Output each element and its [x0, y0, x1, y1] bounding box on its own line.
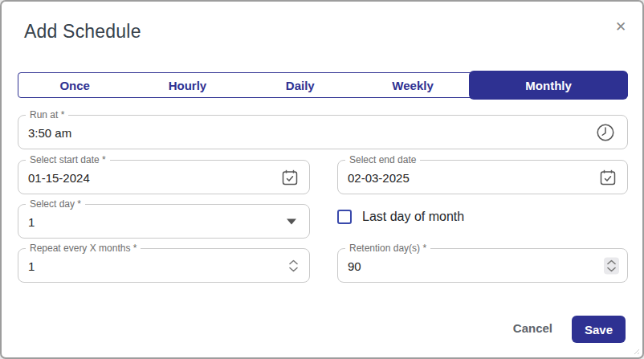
retention-days-field: Retention day(s) *: [337, 248, 628, 283]
end-date-input[interactable]: [338, 169, 627, 185]
dialog-title: Add Schedule: [24, 21, 141, 43]
last-day-label: Last day of month: [362, 210, 464, 224]
end-date-label: Select end date: [345, 154, 420, 165]
repeat-months-label: Repeat every X months *: [26, 243, 141, 254]
spinner-icon[interactable]: [604, 257, 619, 274]
cancel-button[interactable]: Cancel: [513, 321, 552, 335]
save-button[interactable]: Save: [572, 316, 626, 343]
run-at-input[interactable]: [18, 124, 627, 140]
start-date-label: Select start date *: [26, 154, 110, 165]
select-day-label: Select day *: [26, 198, 85, 210]
caret-down-icon[interactable]: [287, 218, 301, 224]
clock-icon[interactable]: [595, 122, 616, 143]
schedule-type-tabs: Once Hourly Daily Weekly Monthly: [18, 72, 628, 98]
last-day-checkbox[interactable]: [337, 210, 352, 224]
retention-days-input[interactable]: [338, 258, 627, 273]
end-date-field: Select end date: [337, 160, 628, 194]
tab-once[interactable]: Once: [18, 73, 131, 97]
calendar-check-icon[interactable]: [598, 168, 618, 187]
tab-monthly[interactable]: Monthly: [469, 71, 628, 100]
tab-weekly[interactable]: Weekly: [357, 73, 469, 97]
start-date-input[interactable]: [18, 169, 309, 185]
calendar-check-icon[interactable]: [280, 168, 300, 187]
run-at-label: Run at *: [26, 109, 68, 120]
repeat-months-input[interactable]: [18, 258, 309, 273]
tab-daily[interactable]: Daily: [244, 73, 357, 97]
select-day-field[interactable]: Select day *: [18, 204, 310, 239]
resize-handle-icon[interactable]: [633, 348, 640, 355]
spinner-icon[interactable]: [286, 257, 301, 274]
run-at-field: Run at *: [18, 115, 628, 149]
select-day-value[interactable]: [18, 214, 309, 229]
last-day-of-month-option[interactable]: Last day of month: [337, 210, 464, 224]
add-schedule-dialog: Add Schedule ✕ Once Hourly Daily Weekly …: [0, 0, 644, 359]
close-icon[interactable]: ✕: [612, 18, 630, 35]
start-date-field: Select start date *: [18, 160, 310, 194]
tab-hourly[interactable]: Hourly: [131, 73, 243, 97]
retention-days-label: Retention day(s) *: [345, 243, 430, 254]
repeat-months-field: Repeat every X months *: [18, 248, 310, 283]
